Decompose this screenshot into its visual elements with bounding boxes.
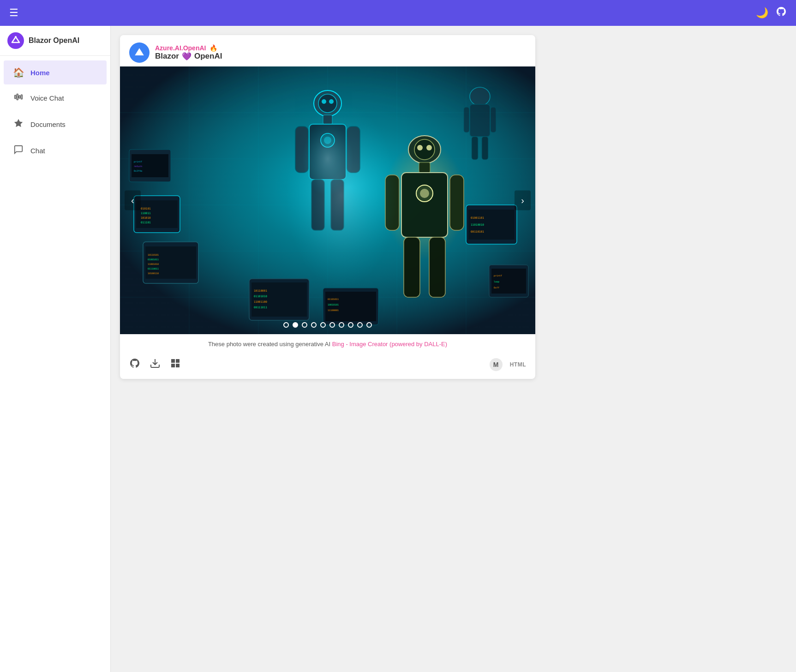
topbar-right: 🌙	[756, 6, 787, 20]
download-action-icon[interactable]	[150, 358, 161, 372]
card-title-heart: 💜	[182, 52, 192, 61]
svg-text:00110101: 00110101	[471, 230, 484, 233]
card-actions-right: M HTML	[490, 358, 526, 371]
svg-text:011101: 011101	[141, 221, 151, 224]
svg-rect-61	[404, 237, 420, 297]
svg-text:10100110: 10100110	[148, 272, 159, 275]
svg-text:printf: printf	[494, 274, 502, 277]
sidebar: Blazor OpenAI 🏠 Home Voice Chat	[0, 26, 111, 672]
svg-rect-56	[401, 173, 448, 237]
carousel-next-button[interactable]: ›	[515, 191, 531, 210]
svg-text:101010: 101010	[141, 216, 151, 219]
github-action-icon[interactable]	[129, 358, 140, 372]
carousel-dot-9[interactable]	[366, 322, 372, 328]
caption-link[interactable]: Bing - Image Creator (powered by DALL-E)	[332, 341, 447, 348]
app-logo-icon	[7, 32, 24, 49]
svg-text:010101: 010101	[141, 207, 151, 210]
svg-text:0xff: 0xff	[494, 286, 499, 289]
svg-point-0	[7, 32, 24, 49]
svg-text:01101010: 01101010	[254, 294, 267, 298]
svg-point-90	[286, 103, 397, 288]
content-card: Azure.AI.OpenAI 🔥 Blazor 💜 OpenAI	[120, 35, 535, 379]
svg-rect-95	[176, 364, 180, 367]
carousel-prev-button[interactable]: ‹	[125, 191, 141, 210]
svg-point-58	[420, 189, 429, 198]
sidebar-item-chat-label: Chat	[30, 147, 45, 155]
svg-text:10010101: 10010101	[328, 303, 339, 306]
carousel-dot-5[interactable]	[329, 322, 335, 328]
topbar-left: ☰	[9, 7, 18, 19]
svg-rect-3	[17, 94, 18, 100]
grid-action-icon[interactable]	[170, 358, 181, 372]
svg-point-63	[470, 87, 490, 106]
svg-point-1	[15, 36, 17, 38]
card-caption: These photo were created using generativ…	[120, 334, 535, 354]
svg-text:110011: 110011	[141, 211, 151, 215]
card-author-fire: 🔥	[209, 44, 217, 52]
svg-text:01110011: 01110011	[148, 267, 159, 270]
hamburger-icon[interactable]: ☰	[9, 7, 18, 19]
sidebar-item-voice-chat[interactable]: Voice Chat	[4, 85, 107, 111]
carousel-dot-8[interactable]	[357, 322, 363, 328]
card-title-sub: OpenAI	[194, 52, 222, 61]
svg-rect-68	[482, 137, 488, 160]
sidebar-item-documents[interactable]: Documents	[4, 112, 107, 137]
sidebar-item-chat[interactable]: Chat	[4, 138, 107, 163]
sidebar-item-home[interactable]: 🏠 Home	[4, 60, 107, 84]
card-header: Azure.AI.OpenAI 🔥 Blazor 💜 OpenAI	[120, 35, 535, 66]
carousel-dot-0[interactable]	[283, 322, 289, 328]
sidebar-item-voice-chat-label: Voice Chat	[30, 94, 64, 102]
svg-rect-65	[464, 107, 469, 132]
svg-text:01001101: 01001101	[471, 216, 484, 219]
svg-text:10110101: 10110101	[148, 253, 159, 256]
carousel-dot-6[interactable]	[339, 322, 344, 328]
m-logo-label: M	[493, 361, 499, 368]
svg-rect-80	[251, 282, 307, 317]
svg-rect-64	[470, 104, 490, 137]
card-actions: M HTML	[120, 354, 535, 379]
svg-text:00111011: 00111011	[254, 306, 267, 309]
topbar: ☰ 🌙	[0, 0, 796, 26]
svg-text:11010010: 11010010	[471, 223, 484, 226]
chat-icon	[13, 144, 24, 157]
svg-text:return: return	[134, 165, 142, 168]
m-logo-icon[interactable]: M	[490, 358, 503, 371]
svg-text:loop: loop	[494, 280, 499, 283]
svg-rect-94	[171, 364, 175, 367]
svg-rect-60	[450, 175, 464, 230]
svg-rect-55	[419, 162, 430, 173]
svg-rect-66	[491, 107, 496, 132]
caption-link-text: Bing - Image Creator (powered by DALL-E)	[332, 341, 447, 348]
carousel-dot-3[interactable]	[311, 322, 317, 328]
github-topbar-icon[interactable]	[776, 6, 787, 20]
svg-point-54	[426, 145, 432, 150]
robot-scene-svg: 010101 110011 101010 011101 10110101 010…	[120, 66, 535, 334]
documents-icon	[13, 118, 24, 131]
carousel-dot-7[interactable]	[348, 322, 353, 328]
card-actions-left	[129, 358, 181, 372]
carousel-dot-2[interactable]	[302, 322, 307, 328]
voice-chat-icon	[13, 92, 24, 104]
svg-text:11100001: 11100001	[328, 309, 339, 312]
svg-point-40	[329, 99, 334, 104]
svg-rect-5	[21, 95, 23, 99]
svg-text:printf: printf	[134, 160, 142, 163]
svg-rect-67	[472, 137, 478, 160]
card-header-text: Azure.AI.OpenAI 🔥 Blazor 💜 OpenAI	[155, 44, 222, 61]
carousel-dot-4[interactable]	[320, 322, 326, 328]
svg-text:11001010: 11001010	[148, 263, 159, 265]
sidebar-logo-text: Blazor OpenAI	[29, 36, 79, 45]
sidebar-item-home-label: Home	[30, 69, 50, 77]
svg-marker-6	[14, 119, 23, 127]
sidebar-item-documents-label: Documents	[30, 120, 66, 128]
svg-rect-93	[176, 359, 180, 363]
svg-rect-4	[19, 96, 20, 98]
svg-point-53	[417, 145, 423, 150]
carousel-dot-1[interactable]	[293, 322, 298, 328]
dark-mode-icon[interactable]: 🌙	[756, 7, 768, 19]
caption-text: These photo were created using generativ…	[208, 341, 330, 348]
app-body: Blazor OpenAI 🏠 Home Voice Chat	[0, 26, 796, 672]
svg-text:10110001: 10110001	[254, 289, 267, 292]
card-author: Azure.AI.OpenAI 🔥	[155, 44, 222, 52]
html-badge: HTML	[510, 361, 526, 368]
